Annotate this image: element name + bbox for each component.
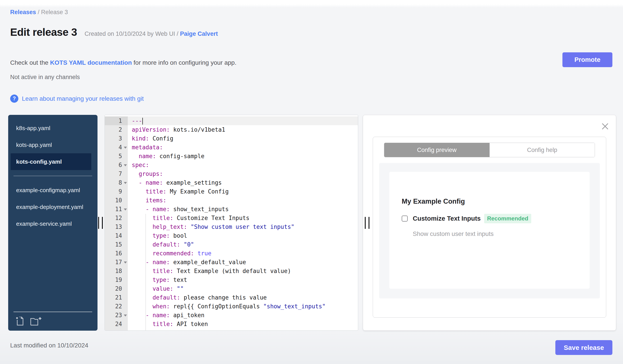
kots-yaml-doc-link[interactable]: KOTS YAML documentation [50,59,132,66]
config-preview-box: Config preview Config help My Example Co… [373,137,606,318]
code-line: 3kind: Config [105,134,358,143]
text-cursor [142,118,143,124]
sidebar-item-example-configmap[interactable]: example-configmap.yaml [8,182,89,199]
tab-config-preview[interactable]: Config preview [384,143,490,157]
fold-arrow-icon[interactable] [124,315,127,317]
line-number: 24 [105,320,128,328]
line-number: 8 [105,178,128,187]
code-line: 12 title: Customize Text Inputs [105,214,358,222]
created-info: Created on 10/10/2024 by Web UI / Paige … [85,30,218,37]
new-file-icon[interactable] [16,317,24,326]
fold-arrow-icon[interactable] [124,147,127,149]
editor-panel-resize-handle[interactable] [365,217,371,229]
question-mark-icon: ? [10,95,18,103]
code-text: name: config-sample [128,152,358,161]
channel-status: Not active in any channels [10,74,80,81]
code-text: groups: [128,169,358,178]
line-number: 9 [105,187,128,196]
fold-arrow-icon[interactable] [124,208,127,210]
code-line: 16 recommended: true [105,249,358,258]
file-tree-sidebar: k8s-app.yaml kots-app.yaml kots-config.y… [8,115,97,331]
sidebar-item-kots-config-selected[interactable]: kots-config.yaml [11,153,91,170]
line-number: 6 [105,161,128,169]
close-icon[interactable] [601,122,609,131]
breadcrumb-separator: / [38,9,41,16]
code-text: type: text [128,275,358,284]
code-line: 5 name: config-sample [105,152,358,161]
code-text: value: "" [128,284,358,293]
sidebar-actions [8,312,97,331]
code-text: title: Text Example (with default value) [128,267,358,275]
fold-arrow-icon[interactable] [124,182,127,184]
line-number: 4 [105,143,128,152]
line-number: 18 [105,267,128,275]
code-line: 22 when: repl{{ ConfigOptionEquals "show… [105,302,358,311]
code-text: items: [128,196,358,205]
code-line: 6spec: [105,161,358,169]
doc-info-line: Check out the KOTS YAML documentation fo… [10,59,236,66]
line-number: 13 [105,222,128,231]
config-item-help-text: Show custom user text inputs [413,230,590,237]
code-text: apiVersion: kots.io/v1beta1 [128,125,358,134]
line-number: 5 [105,152,128,161]
save-release-button[interactable]: Save release [555,340,612,355]
line-number: 1 [105,116,128,125]
line-number: 25 [105,328,128,331]
code-line: 20 value: "" [105,284,358,293]
line-number: 17 [105,258,128,267]
code-text: - name: show_text_inputs [128,205,358,214]
code-text: default: "0" [128,240,358,249]
sidebar-item-example-deployment[interactable]: example-deployment.yaml [8,199,89,215]
line-number: 23 [105,311,128,320]
line-number: 10 [105,196,128,205]
line-number: 15 [105,240,128,249]
code-line: 7 groups: [105,169,358,178]
code-line: 11 - name: show_text_inputs [105,205,358,214]
page-title: Edit release 3 [10,26,77,38]
code-text: kind: Config [128,134,358,143]
code-line: 14 type: bool [105,231,358,240]
code-text: type: password [128,328,358,331]
config-item-label[interactable]: Customize Text Inputs [413,215,481,222]
line-number: 3 [105,134,128,143]
code-line: 9 title: My Example Config [105,187,358,196]
git-help-row: ? Learn about managing your releases wit… [10,95,144,103]
line-number: 16 [105,249,128,258]
yaml-code-editor[interactable]: 1---2apiVersion: kots.io/v1beta13kind: C… [105,115,358,331]
author-link[interactable]: Paige Calvert [180,30,218,37]
code-line: 25 type: password [105,328,358,331]
code-text: metadata: [128,143,358,152]
breadcrumb: Releases / Release 3 [10,9,68,16]
code-line: 17 - name: example_default_value [105,258,358,267]
config-tabs: Config preview Config help [384,143,595,157]
indent-guide [145,214,146,331]
promote-button[interactable]: Promote [562,52,612,67]
sidebar-item-k8s-app[interactable]: k8s-app.yaml [8,120,89,137]
sidebar-divider [14,176,92,176]
config-preview-area: My Example Config Customize Text Inputs … [379,163,600,298]
code-line: 15 default: "0" [105,240,358,249]
code-line: 4metadata: [105,143,358,152]
sidebar-editor-resize-handle[interactable] [98,217,104,229]
config-group-card: My Example Config Customize Text Inputs … [389,172,590,289]
code-text: - name: example_default_value [128,258,358,267]
fold-arrow-icon[interactable] [124,262,127,263]
code-line: 13 help_text: "Show custom user text inp… [105,222,358,231]
line-number: 21 [105,293,128,302]
code-text: title: My Example Config [128,187,358,196]
config-preview-panel: Config preview Config help My Example Co… [363,115,616,331]
code-line: 21 default: please change this value [105,293,358,302]
code-line: 23 - name: api_token [105,311,358,320]
fold-arrow-icon[interactable] [124,164,127,166]
sidebar-item-kots-app[interactable]: kots-app.yaml [8,137,89,153]
new-folder-icon[interactable] [30,317,42,326]
line-number: 7 [105,169,128,178]
git-releases-link[interactable]: Learn about managing your releases with … [22,95,144,102]
breadcrumb-releases-link[interactable]: Releases [10,9,36,16]
tab-config-help[interactable]: Config help [490,143,595,157]
code-text: - name: api_token [128,311,358,320]
customize-text-inputs-checkbox[interactable] [402,216,408,222]
sidebar-item-example-service[interactable]: example-service.yaml [8,215,89,232]
code-lines: 1---2apiVersion: kots.io/v1beta13kind: C… [105,115,358,331]
code-text: type: bool [128,231,358,240]
